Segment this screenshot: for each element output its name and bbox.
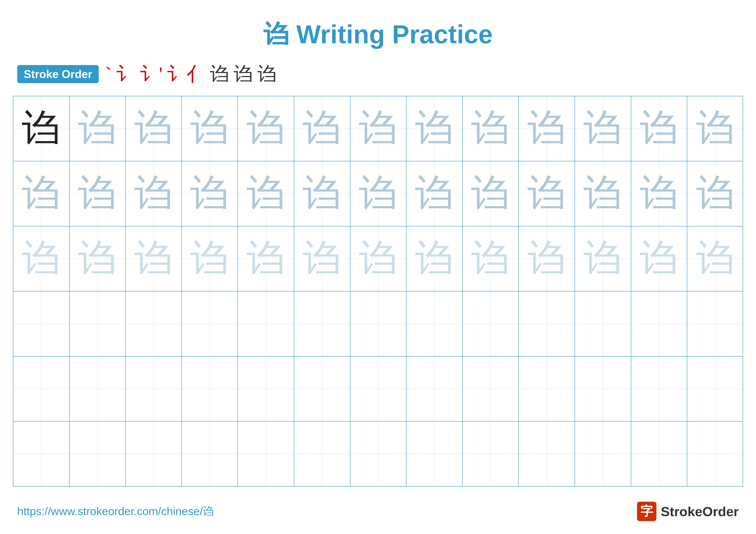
grid-cell[interactable]: 诌 [631,161,688,226]
grid-cell[interactable] [350,292,407,356]
grid-cell[interactable]: 诌 [350,161,407,226]
grid-cell[interactable] [294,421,350,486]
grid-cell[interactable] [350,357,407,421]
grid-cell[interactable]: 诌 [69,96,126,161]
grid-cell[interactable]: 诌 [238,161,294,226]
grid-cell[interactable]: 诌 [350,96,407,161]
grid-cell[interactable] [14,357,69,421]
grid-cell[interactable]: 诌 [463,96,519,161]
cell-char: 诌 [471,167,510,220]
grid-cell[interactable]: 诌 [406,226,463,291]
cell-char: 诌 [359,167,398,220]
grid-cell[interactable] [463,421,519,486]
grid-cell[interactable]: 诌 [631,96,688,161]
grid-row-3: 诌 诌 诌 诌 诌 诌 诌 诌 诌 诌 诌 诌 诌 [14,226,742,292]
grid-cell[interactable] [519,421,575,486]
cell-char: 诌 [640,233,678,285]
grid-cell[interactable] [687,421,743,486]
grid-cell[interactable] [406,357,463,421]
grid-cell[interactable]: 诌 [575,226,631,291]
grid-cell[interactable] [575,292,631,356]
grid-cell[interactable] [14,421,69,486]
grid-cell[interactable]: 诌 [463,226,519,291]
grid-cell[interactable]: 诌 [687,96,743,161]
grid-cell[interactable]: 诌 [182,96,238,161]
grid-cell[interactable]: 诌 [519,96,575,161]
grid-cell[interactable] [238,292,294,356]
cell-char: 诌 [190,103,229,155]
grid-cell[interactable] [182,421,238,486]
cell-char: 诌 [134,167,173,220]
grid-cell[interactable] [406,292,463,356]
grid-cell[interactable] [126,357,182,421]
grid-cell[interactable] [631,292,688,356]
footer-url[interactable]: https://www.strokeorder.com/chinese/诌 [17,504,214,519]
grid-cell[interactable]: 诌 [519,161,575,226]
grid-cell[interactable]: 诌 [126,161,182,226]
grid-cell[interactable] [350,421,407,486]
grid-cell[interactable]: 诌 [575,96,631,161]
grid-cell[interactable] [631,421,688,486]
grid-cell[interactable] [69,357,126,421]
practice-grid: 诌 诌 诌 诌 诌 诌 诌 诌 诌 诌 诌 诌 诌 诌 诌 诌 诌 诌 诌 诌 … [13,96,743,487]
grid-cell[interactable] [182,357,238,421]
grid-cell[interactable]: 诌 [238,226,294,291]
grid-cell[interactable]: 诌 [631,226,688,291]
grid-cell[interactable]: 诌 [182,226,238,291]
cell-char: 诌 [583,233,622,285]
grid-cell[interactable]: 诌 [575,161,631,226]
cell-char: 诌 [415,103,454,155]
grid-cell[interactable]: 诌 [182,161,238,226]
grid-cell[interactable] [294,357,350,421]
cell-char: 诌 [78,167,117,220]
cell-char: 诌 [134,103,173,155]
grid-cell[interactable] [631,357,688,421]
cell-char: 诌 [471,233,510,285]
grid-cell[interactable] [69,421,126,486]
cell-char: 诌 [640,103,678,155]
grid-cell[interactable] [519,292,575,356]
grid-cell[interactable] [687,292,743,356]
grid-cell[interactable]: 诌 [294,96,350,161]
grid-cell[interactable]: 诌 [406,96,463,161]
grid-cell[interactable] [519,357,575,421]
grid-cell[interactable] [687,357,743,421]
grid-cell[interactable] [575,357,631,421]
grid-cell[interactable]: 诌 [519,226,575,291]
grid-cell[interactable] [294,292,350,356]
grid-cell[interactable]: 诌 [238,96,294,161]
grid-cell[interactable] [126,421,182,486]
grid-cell[interactable] [406,421,463,486]
grid-cell[interactable] [238,357,294,421]
grid-cell[interactable] [463,357,519,421]
grid-cell[interactable]: 诌 [126,226,182,291]
cell-char: 诌 [359,103,398,155]
grid-cell[interactable] [69,292,126,356]
grid-cell[interactable] [463,292,519,356]
grid-cell[interactable] [126,292,182,356]
grid-cell[interactable]: 诌 [294,161,350,226]
grid-cell[interactable] [182,292,238,356]
cell-char: 诌 [696,233,735,285]
grid-cell[interactable]: 诌 [687,161,743,226]
grid-cell[interactable]: 诌 [69,226,126,291]
grid-cell[interactable]: 诌 [463,161,519,226]
cell-char: 诌 [303,167,341,220]
grid-cell[interactable] [238,421,294,486]
grid-cell[interactable]: 诌 [687,226,743,291]
grid-cell[interactable]: 诌 [126,96,182,161]
grid-cell[interactable]: 诌 [294,226,350,291]
grid-cell[interactable]: 诌 [14,96,69,161]
grid-cell[interactable] [575,421,631,486]
grid-cell[interactable]: 诌 [69,161,126,226]
grid-row-1: 诌 诌 诌 诌 诌 诌 诌 诌 诌 诌 诌 诌 诌 [14,96,742,161]
title-text: 诌 Writing Practice [263,20,493,49]
cell-char: 诌 [359,233,398,285]
grid-cell[interactable]: 诌 [14,226,69,291]
grid-cell[interactable]: 诌 [350,226,407,291]
grid-cell[interactable] [14,292,69,356]
grid-cell[interactable]: 诌 [14,161,69,226]
grid-cell[interactable]: 诌 [406,161,463,226]
cell-char: 诌 [22,233,61,285]
page-title: 诌 Writing Practice [0,0,756,61]
